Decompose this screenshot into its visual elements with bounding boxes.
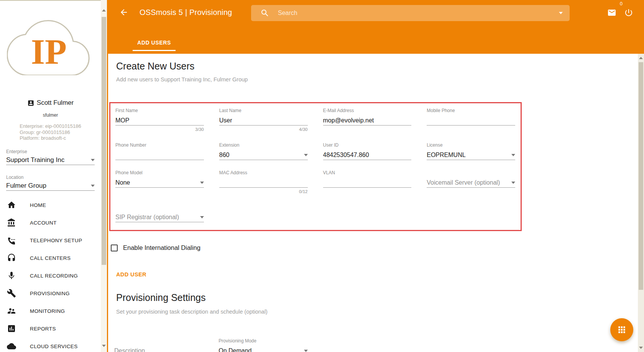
scroll-up-icon[interactable] — [639, 57, 643, 59]
email-input[interactable]: mop@evolveip.net — [323, 116, 412, 126]
user-enterprise-id: Enterprise: eip-0001015186 — [20, 123, 81, 129]
chevron-down-icon — [511, 182, 515, 184]
people-icon — [7, 306, 16, 316]
chevron-down-icon — [91, 159, 95, 161]
sidebar-nav: HOME ACCOUNT TELEPHONY SETUP CALL CENTER… — [0, 196, 101, 352]
user-group-id: Group: gr-0001015186 — [20, 129, 81, 136]
phone-number-field[interactable]: Phone Number — [115, 142, 204, 160]
vlan-input[interactable] — [323, 178, 412, 188]
provisioning-mode-field[interactable]: Provisioning Mode On Demand — [219, 338, 307, 352]
bar-chart-icon — [7, 324, 16, 333]
scroll-down-icon[interactable] — [102, 345, 106, 347]
first-name-field[interactable]: First Name MOP 3/30 — [115, 108, 204, 132]
voicemail-server-select[interactable]: Voicemail Server (optional) — [427, 178, 500, 188]
mail-button[interactable] — [607, 8, 616, 17]
email-field[interactable]: E-Mail Address mop@evolveip.net — [323, 108, 412, 132]
new-user-form: First Name MOP 3/30 Last Name User 4/30 … — [109, 102, 522, 231]
main-scrollbar-thumb[interactable] — [639, 62, 643, 290]
app-title: OSSmosis 5 | Provisioning — [140, 8, 232, 17]
mac-address-field[interactable]: MAC Address 0/12 — [219, 170, 308, 195]
sidebar-item-monitoring[interactable]: MONITORING — [0, 302, 101, 320]
sidebar-item-provisioning[interactable]: PROVISIONING — [0, 284, 101, 302]
location-select-value: Fulmer Group — [6, 182, 46, 190]
sidebar-item-telephony-setup[interactable]: TELEPHONY SETUP — [0, 231, 101, 249]
description-field[interactable]: Description — [114, 338, 203, 352]
description-input[interactable]: Description — [114, 346, 203, 352]
user-meta: Enterprise: eip-0001015186 Group: gr-000… — [0, 123, 101, 141]
sidebar-item-call-recording[interactable]: CALL RECORDING — [0, 267, 101, 284]
page-title: Create New Users — [116, 61, 644, 72]
intl-dialing-label: Enable International Dialing — [123, 244, 200, 251]
user-id-label: User ID — [323, 142, 412, 148]
account-box-icon — [27, 99, 34, 107]
bank-icon — [7, 218, 16, 227]
intl-dialing-row: Enable International Dialing — [111, 244, 644, 251]
mobile-phone-label: Mobile Phone — [427, 108, 515, 113]
user-id-input[interactable]: 4842530547.860 — [323, 150, 412, 160]
chevron-down-icon — [200, 182, 204, 184]
provisioning-mode-select[interactable]: On Demand — [219, 346, 251, 352]
chevron-down-icon — [304, 350, 308, 352]
license-select[interactable]: EOPREMUNL — [427, 150, 465, 160]
sidebar-item-reports[interactable]: REPORTS — [0, 320, 101, 337]
phone-number-label: Phone Number — [115, 142, 204, 148]
license-label: License — [427, 142, 515, 148]
user-id-field[interactable]: User ID 4842530547.860 — [323, 142, 412, 160]
extension-field[interactable]: Extension 860 — [219, 142, 308, 160]
sip-registrar-field[interactable]: SIP Registrar (optional) — [115, 205, 204, 222]
license-field[interactable]: License EOPREMUNL — [427, 142, 515, 160]
extension-select[interactable]: 860 — [219, 150, 230, 160]
microphone-icon — [7, 271, 16, 280]
tab-add-users[interactable]: ADD USERS — [133, 40, 176, 51]
sip-registrar-select[interactable]: SIP Registrar (optional) — [115, 212, 179, 222]
apps-fab-button[interactable] — [610, 318, 633, 341]
search-icon — [260, 8, 269, 18]
voicemail-server-field[interactable]: Voicemail Server (optional) — [427, 170, 515, 195]
mail-badge: 0 — [620, 1, 623, 7]
add-user-button[interactable]: ADD USER — [113, 268, 150, 281]
sidebar-item-call-centers[interactable]: CALL CENTERS — [0, 249, 101, 267]
main-scrollbar[interactable] — [638, 54, 644, 352]
scroll-down-icon[interactable] — [639, 347, 643, 349]
home-icon — [7, 200, 16, 210]
first-name-counter: 3/30 — [115, 127, 204, 132]
main-area: OSSmosis 5 | Provisioning 0 ADD USERS Cr… — [107, 0, 644, 352]
search-input[interactable] — [277, 9, 559, 17]
search-bar[interactable] — [251, 5, 570, 21]
first-name-label: First Name — [115, 108, 204, 113]
phone-model-select[interactable]: None — [115, 178, 130, 188]
sidebar-item-home[interactable]: HOME — [0, 196, 101, 214]
intl-dialing-checkbox[interactable] — [111, 245, 118, 251]
first-name-input[interactable]: MOP — [115, 116, 204, 126]
provisioning-settings-subtitle: Set your provisioning task description a… — [116, 309, 644, 315]
user-platform: Platform: broadsoft-c — [20, 135, 81, 141]
search-dropdown-icon[interactable] — [559, 12, 563, 14]
mobile-phone-input[interactable] — [427, 116, 515, 126]
chevron-down-icon — [91, 185, 95, 187]
phone-number-input[interactable] — [115, 150, 204, 160]
phone-model-field[interactable]: Phone Model None — [115, 170, 204, 195]
vlan-field[interactable]: VLAN — [323, 170, 412, 195]
wrench-icon — [7, 289, 16, 298]
logo-ip-text: IP — [31, 32, 67, 71]
mac-address-label: MAC Address — [219, 170, 308, 175]
cloud-icon — [7, 342, 16, 351]
location-select[interactable]: Location Fulmer Group — [6, 175, 95, 191]
enterprise-select[interactable]: Enterprise Support Training Inc — [6, 149, 95, 165]
enterprise-select-value: Support Training Inc — [6, 156, 64, 164]
last-name-field[interactable]: Last Name User 4/30 — [219, 108, 308, 132]
last-name-input[interactable]: User — [219, 116, 308, 126]
sidebar-item-cloud-services[interactable]: CLOUD SERVICES — [0, 337, 101, 352]
sidebar-scrollbar[interactable] — [101, 0, 107, 352]
logout-button[interactable] — [624, 8, 633, 17]
sidebar-scrollbar-thumb[interactable] — [102, 17, 106, 265]
scroll-up-icon[interactable] — [102, 9, 106, 12]
last-name-counter: 4/30 — [219, 127, 308, 132]
sidebar-item-account[interactable]: ACCOUNT — [0, 214, 101, 231]
provisioning-settings-title: Provisioning Settings — [116, 292, 644, 303]
page-subtitle: Add new users to Support Training Inc, F… — [116, 76, 644, 83]
back-button[interactable] — [119, 8, 128, 17]
mac-address-input[interactable] — [219, 178, 308, 188]
email-label: E-Mail Address — [323, 108, 412, 113]
mobile-phone-field[interactable]: Mobile Phone — [427, 108, 515, 132]
